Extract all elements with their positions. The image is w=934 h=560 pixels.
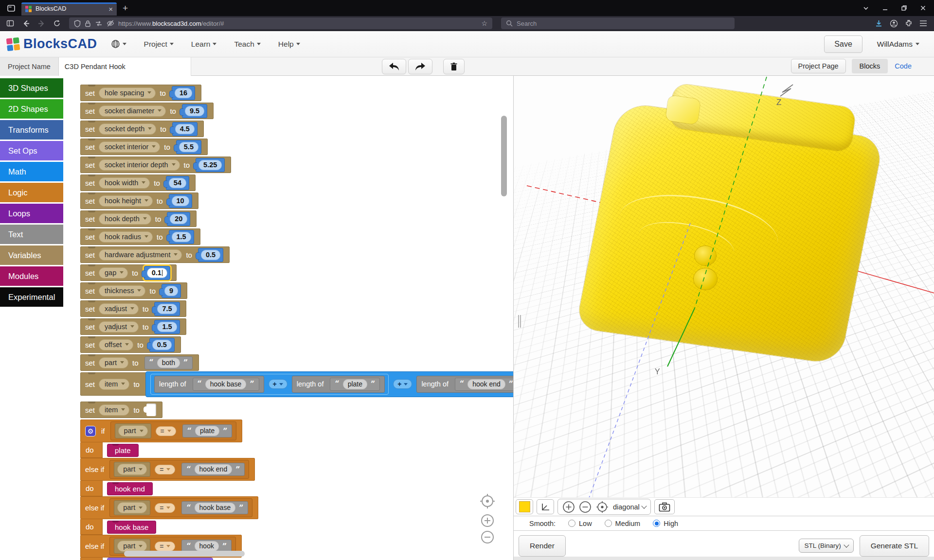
variable-dropdown[interactable]: socket interior depth xyxy=(99,159,180,171)
workspace-horizontal-scrollbar[interactable] xyxy=(124,551,245,557)
arithmetic-block-outer[interactable]: length of“hook base”+length of“plate”+le… xyxy=(145,371,513,397)
variable-dropdown[interactable]: socket interior xyxy=(99,141,160,153)
sidebar-toggle-icon[interactable] xyxy=(5,19,16,27)
string-value-block[interactable]: “both” xyxy=(144,356,193,369)
sidebar-category-text[interactable]: Text xyxy=(0,225,63,244)
splitter-handle[interactable] xyxy=(518,315,519,328)
save-button[interactable]: Save xyxy=(824,35,862,53)
brand[interactable]: BlocksCAD xyxy=(7,36,97,52)
variable-dropdown[interactable]: part xyxy=(117,464,147,475)
downloads-icon[interactable] xyxy=(875,19,883,28)
variable-dropdown[interactable]: hole spacing xyxy=(99,88,156,99)
set-variable-block-item[interactable]: setitemtolength of“hook base”+length of“… xyxy=(80,372,513,396)
variable-dropdown[interactable]: part xyxy=(99,357,128,368)
sidebar-category-3d-shapes[interactable]: 3D Shapes xyxy=(0,78,63,98)
variable-dropdown[interactable]: hook width xyxy=(99,177,150,189)
equals-dropdown[interactable]: = xyxy=(156,426,176,436)
set-variable-block-item[interactable]: setitemto xyxy=(80,402,162,418)
set-variable-block-hook-width[interactable]: sethook widthto54 xyxy=(80,175,196,191)
set-variable-block-socket-diameter[interactable]: setsocket diameterto9.5 xyxy=(80,103,214,119)
operator-dropdown[interactable]: + xyxy=(393,379,412,389)
string-value-block[interactable]: “plate” xyxy=(330,378,380,391)
language-menu[interactable] xyxy=(111,39,126,49)
extensions-icon[interactable] xyxy=(905,19,913,27)
back-icon[interactable] xyxy=(20,19,31,28)
module-call-block-hook-end[interactable]: hook end xyxy=(107,482,153,495)
string-field[interactable]: hook xyxy=(195,541,219,551)
close-window-icon[interactable] xyxy=(920,5,926,11)
number-field[interactable]: 5.25 xyxy=(198,160,222,170)
sidebar-category-loops[interactable]: Loops xyxy=(0,204,63,223)
number-field[interactable]: 16 xyxy=(175,88,192,98)
generate-stl-button[interactable]: Generate STL xyxy=(860,535,929,557)
tab-blocks[interactable]: Blocks xyxy=(852,59,888,73)
number-field[interactable]: 0.5 xyxy=(201,250,220,260)
view-angle-select[interactable]: diagonal xyxy=(613,503,646,511)
union-block[interactable]: +unionhook end xyxy=(107,558,213,560)
lock-icon[interactable] xyxy=(85,20,91,27)
number-field[interactable]: 9.5 xyxy=(185,106,204,116)
set-variable-block-xadjust[interactable]: setxadjustto7.5 xyxy=(80,300,186,317)
zoom-in-icon[interactable] xyxy=(481,514,494,527)
variable-dropdown[interactable]: part xyxy=(117,502,147,513)
length-of-block[interactable]: length of“hook end” xyxy=(416,376,513,393)
number-field[interactable]: 54 xyxy=(169,178,186,188)
menu-teach[interactable]: Teach xyxy=(234,40,260,49)
search-field[interactable]: Search xyxy=(501,18,735,29)
shield-icon[interactable] xyxy=(74,20,81,27)
set-variable-block-yadjust[interactable]: setyadjustto1.5 xyxy=(80,318,186,335)
variable-dropdown[interactable]: part xyxy=(117,541,147,552)
variable-dropdown[interactable]: hook depth xyxy=(99,213,151,225)
zoom-out-icon[interactable] xyxy=(481,530,494,544)
number-field[interactable]: 5.5 xyxy=(179,142,198,152)
number-field[interactable]: 20 xyxy=(170,214,187,224)
number-value-block[interactable]: 0.5 xyxy=(149,338,175,352)
comparison-block[interactable]: part=“plate” xyxy=(110,421,237,440)
set-variable-block-socket-interior[interactable]: setsocket interiorto5.5 xyxy=(80,139,208,155)
number-value-block[interactable]: 9.5 xyxy=(182,104,207,118)
bookmark-star-icon[interactable]: ☆ xyxy=(481,19,487,27)
minimize-icon[interactable] xyxy=(882,5,888,11)
set-variable-block-hole-spacing[interactable]: sethole spacingto16 xyxy=(80,85,201,101)
workspace-vertical-scrollbar[interactable] xyxy=(501,116,507,196)
module-call-block-plate[interactable]: plate xyxy=(107,444,139,457)
string-field[interactable]: plate xyxy=(195,426,219,436)
number-value-block[interactable]: 54 xyxy=(166,176,189,190)
render-button[interactable]: Render xyxy=(519,535,566,557)
sidebar-category-experimental[interactable]: Experimental xyxy=(0,287,63,307)
permissions-icon[interactable] xyxy=(95,20,103,27)
string-field[interactable]: hook end xyxy=(195,464,233,474)
number-value-block[interactable]: 20 xyxy=(167,212,190,226)
sidebar-category-modules[interactable]: Modules xyxy=(0,266,63,286)
number-value-block[interactable]: 0.5 xyxy=(198,248,223,262)
string-field[interactable]: plate xyxy=(343,379,367,389)
stl-format-select[interactable]: STL (Binary) xyxy=(799,539,853,553)
number-field[interactable]: 1.5 xyxy=(157,322,177,332)
tracking-disabled-icon[interactable] xyxy=(107,20,114,27)
number-field[interactable]: 0.1 xyxy=(147,268,167,278)
variable-dropdown[interactable]: item xyxy=(99,379,129,390)
project-page-button[interactable]: Project Page xyxy=(791,59,846,73)
account-icon[interactable] xyxy=(890,19,898,28)
user-menu[interactable]: WillAdams xyxy=(877,40,919,49)
comparison-block[interactable]: part=“hook base” xyxy=(109,498,252,517)
comparison-block[interactable]: part=“hook end” xyxy=(109,460,249,479)
number-value-block[interactable]: 0.1 xyxy=(144,266,170,280)
snapshot-button[interactable] xyxy=(654,499,675,514)
url-text[interactable]: https://www.blockscad3d.com/editor/# xyxy=(118,20,477,27)
number-value-block[interactable]: 5.5 xyxy=(176,140,201,154)
zoom-reset-icon[interactable] xyxy=(479,493,496,509)
number-field[interactable]: 1.5 xyxy=(172,232,191,242)
set-variable-block-part[interactable]: setpartto“both” xyxy=(80,354,199,371)
arithmetic-block-inner[interactable]: length of“hook base”+length of“plate” xyxy=(150,374,389,395)
number-field[interactable]: 7.5 xyxy=(157,304,177,314)
smooth-radio-medium[interactable]: Medium xyxy=(605,520,641,527)
module-call-block-hook-base[interactable]: hook base xyxy=(107,521,156,534)
string-field[interactable]: hook end xyxy=(467,379,505,389)
length-of-block[interactable]: length of“hook base” xyxy=(154,376,264,393)
new-tab-button[interactable]: + xyxy=(123,3,128,13)
empty-value-socket[interactable] xyxy=(146,403,156,416)
length-of-block[interactable]: length of“plate” xyxy=(292,376,385,393)
string-value-block[interactable]: “hook end” xyxy=(455,378,513,391)
smooth-radio-high[interactable]: High xyxy=(653,520,678,527)
